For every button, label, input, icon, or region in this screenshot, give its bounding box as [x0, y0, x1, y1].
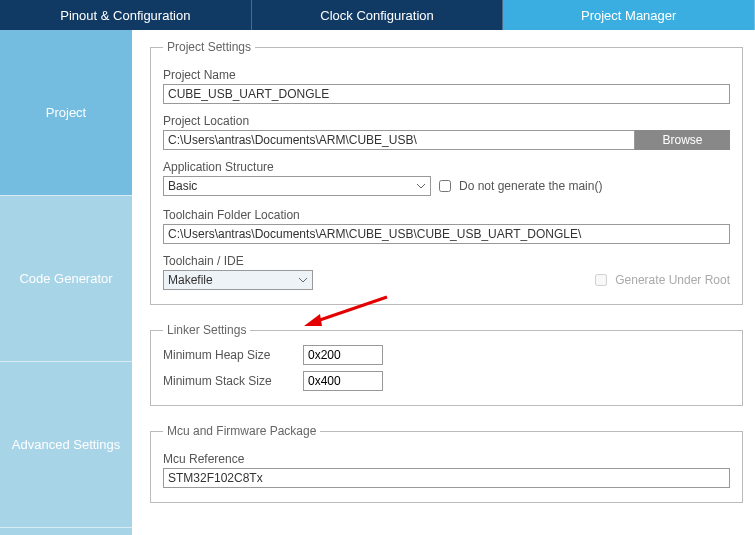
chevron-down-icon	[298, 275, 308, 285]
select-application-structure[interactable]: Basic	[163, 176, 431, 196]
checkbox-generate-under-root	[595, 274, 607, 286]
label-toolchain-folder: Toolchain Folder Location	[163, 208, 730, 222]
checkbox-no-main[interactable]	[439, 180, 451, 192]
browse-button[interactable]: Browse	[635, 130, 730, 150]
legend-linker-settings: Linker Settings	[163, 323, 250, 337]
legend-project-settings: Project Settings	[163, 40, 255, 54]
sidebar: Project Code Generator Advanced Settings	[0, 30, 132, 535]
label-mcu-reference: Mcu Reference	[163, 452, 730, 466]
label-application-structure: Application Structure	[163, 160, 730, 174]
chevron-down-icon	[416, 181, 426, 191]
input-project-location[interactable]	[163, 130, 635, 150]
label-min-heap: Minimum Heap Size	[163, 348, 303, 362]
label-generate-under-root: Generate Under Root	[615, 273, 730, 287]
select-application-structure-value: Basic	[168, 179, 197, 193]
label-project-location: Project Location	[163, 114, 730, 128]
tab-pinout-config[interactable]: Pinout & Configuration	[0, 0, 252, 30]
label-no-main: Do not generate the main()	[459, 179, 602, 193]
label-toolchain-ide: Toolchain / IDE	[163, 254, 730, 268]
input-toolchain-folder[interactable]	[163, 224, 730, 244]
input-project-name[interactable]	[163, 84, 730, 104]
sidebar-item-project[interactable]: Project	[0, 30, 132, 196]
input-min-heap[interactable]	[303, 345, 383, 365]
label-project-name: Project Name	[163, 68, 730, 82]
fieldset-project-settings: Project Settings Project Name Project Lo…	[150, 40, 743, 305]
legend-mcu-firmware: Mcu and Firmware Package	[163, 424, 320, 438]
tab-project-manager[interactable]: Project Manager	[503, 0, 755, 30]
fieldset-mcu-firmware: Mcu and Firmware Package Mcu Reference	[150, 424, 743, 503]
content-panel: Project Settings Project Name Project Lo…	[132, 30, 755, 535]
fieldset-linker-settings: Linker Settings Minimum Heap Size Minimu…	[150, 323, 743, 406]
input-min-stack[interactable]	[303, 371, 383, 391]
label-min-stack: Minimum Stack Size	[163, 374, 303, 388]
sidebar-item-code-generator[interactable]: Code Generator	[0, 196, 132, 362]
select-toolchain-ide[interactable]: Makefile	[163, 270, 313, 290]
tab-clock-config[interactable]: Clock Configuration	[252, 0, 504, 30]
input-mcu-reference[interactable]	[163, 468, 730, 488]
select-toolchain-ide-value: Makefile	[168, 273, 213, 287]
sidebar-item-advanced-settings[interactable]: Advanced Settings	[0, 362, 132, 528]
